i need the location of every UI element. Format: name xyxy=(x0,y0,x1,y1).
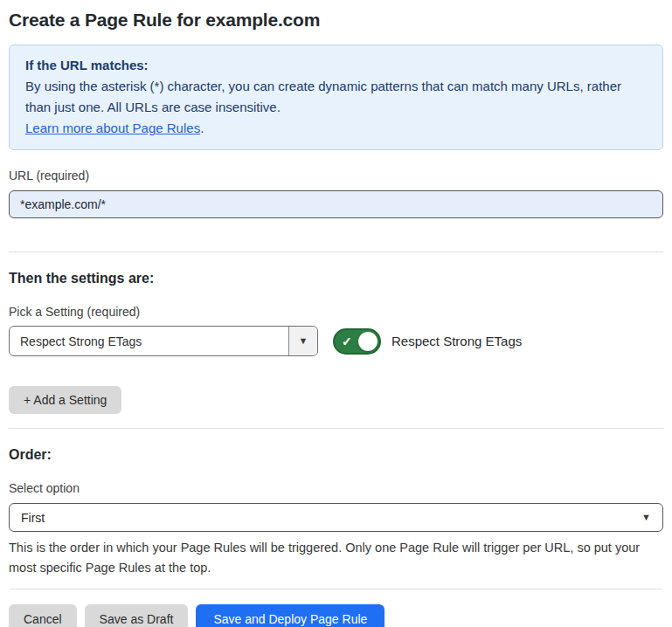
save-draft-button[interactable]: Save as Draft xyxy=(85,604,189,627)
divider xyxy=(9,428,663,429)
check-icon: ✓ xyxy=(342,335,352,348)
order-select[interactable]: First ▼ xyxy=(9,503,663,532)
info-box-heading: If the URL matches: xyxy=(25,55,647,76)
page-title: Create a Page Rule for example.com xyxy=(9,10,663,31)
pick-setting-label: Pick a Setting (required) xyxy=(9,305,663,319)
settings-section-heading: Then the settings are: xyxy=(9,271,663,286)
chevron-down-icon: ▼ xyxy=(299,336,308,346)
add-setting-button[interactable]: + Add a Setting xyxy=(9,386,121,414)
url-match-info-box: If the URL matches: By using the asteris… xyxy=(9,45,663,150)
cancel-button[interactable]: Cancel xyxy=(9,604,77,627)
toggle-label: Respect Strong ETags xyxy=(391,334,522,348)
action-button-row: Cancel Save as Draft Save and Deploy Pag… xyxy=(9,604,663,627)
chevron-down-icon: ▼ xyxy=(641,513,651,522)
order-select-value: First xyxy=(21,511,45,525)
url-field-label: URL (required) xyxy=(9,169,663,183)
save-deploy-button[interactable]: Save and Deploy Page Rule xyxy=(196,604,384,627)
setting-select-arrow-button[interactable]: ▼ xyxy=(288,327,317,355)
link-suffix: . xyxy=(200,121,204,135)
divider xyxy=(9,251,663,252)
url-input[interactable] xyxy=(9,190,663,218)
setting-select-value: Respect Strong ETags xyxy=(10,334,288,348)
order-select-label: Select option xyxy=(9,481,663,495)
setting-row: Respect Strong ETags ▼ ✓ Respect Strong … xyxy=(9,326,663,356)
setting-toggle-on[interactable]: ✓ xyxy=(333,328,381,355)
create-page-rule-form: Create a Page Rule for example.com If th… xyxy=(0,10,672,627)
info-box-link-line: Learn more about Page Rules. xyxy=(25,118,647,139)
divider xyxy=(9,589,663,589)
learn-more-link[interactable]: Learn more about Page Rules xyxy=(25,121,200,135)
setting-select[interactable]: Respect Strong ETags ▼ xyxy=(9,326,318,356)
info-box-body: By using the asterisk (*) character, you… xyxy=(25,76,647,118)
order-section-heading: Order: xyxy=(9,447,663,463)
toggle-knob xyxy=(358,332,378,351)
order-help-text: This is the order in which your Page Rul… xyxy=(9,538,663,578)
